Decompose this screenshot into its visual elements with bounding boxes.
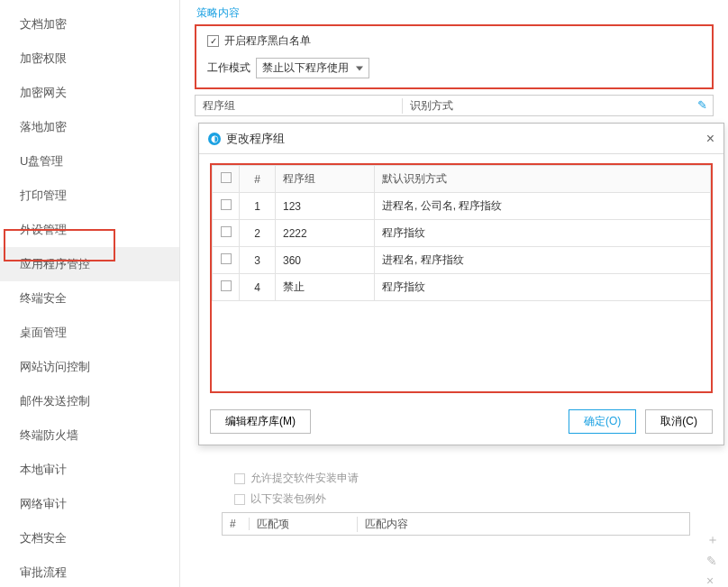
sidebar-item-device-mgmt[interactable]: 外设管理: [0, 213, 179, 247]
sidebar-item-usb-mgmt[interactable]: U盘管理: [0, 144, 179, 179]
table-row[interactable]: 1 123 进程名, 公司名, 程序指纹: [213, 193, 711, 220]
enable-blacklist-checkbox[interactable]: ✓: [207, 35, 219, 47]
sidebar-item-doc-sec[interactable]: 文档安全: [0, 521, 179, 555]
grid-header-row: # 程序组 默认识别方式: [213, 166, 711, 193]
policy-config-box: ✓ 开启程序黑白名单 工作模式 禁止以下程序使用: [195, 24, 714, 89]
sidebar-item-print-mgmt[interactable]: 打印管理: [0, 179, 179, 213]
col-group: 程序组: [276, 166, 375, 193]
col-default-detect: 默认识别方式: [375, 166, 711, 193]
sidebar-item-endpoint-sec[interactable]: 终端安全: [0, 281, 179, 316]
work-mode-label: 工作模式: [207, 60, 250, 76]
ok-button[interactable]: 确定(O): [569, 409, 636, 434]
table-row[interactable]: 4 禁止 程序指纹: [213, 274, 711, 301]
allow-install-request-checkbox[interactable]: [234, 473, 245, 484]
row-checkbox[interactable]: [221, 253, 232, 264]
program-group-grid: # 程序组 默认识别方式 1 123 进程名, 公司名, 程序指纹 2 2222…: [210, 163, 713, 393]
side-toolbar: ＋ ✎ ×: [706, 532, 719, 587]
row-checkbox[interactable]: [221, 226, 232, 237]
installer-exception-label: 以下安装包例外: [250, 491, 326, 507]
col-number: #: [240, 166, 276, 193]
cancel-button[interactable]: 取消(C): [645, 409, 713, 434]
plus-icon[interactable]: ＋: [706, 532, 719, 548]
edit-program-lib-button[interactable]: 编辑程序库(M): [210, 409, 311, 434]
installer-exception-checkbox[interactable]: [234, 494, 245, 505]
dialog-icon: ◐: [208, 133, 221, 145]
sidebar-item-desktop-mgmt[interactable]: 桌面管理: [0, 316, 179, 350]
allow-install-request-label: 允许提交软件安装申请: [250, 471, 359, 486]
pencil-icon[interactable]: ✎: [706, 554, 719, 568]
sidebar-item-local-audit[interactable]: 本地审计: [0, 453, 179, 487]
sidebar-item-web-access[interactable]: 网站访问控制: [0, 350, 179, 384]
close-icon[interactable]: ×: [706, 131, 714, 147]
sidebar-item-doc-encrypt[interactable]: 文档加密: [0, 7, 179, 41]
table-row[interactable]: 2 2222 程序指纹: [213, 220, 711, 247]
change-program-group-dialog: ◐ 更改程序组 × # 程序组 默认识别方式 1 123 进程名, 公司名,: [198, 123, 724, 445]
table-row[interactable]: 3 360 进程名, 程序指纹: [213, 247, 711, 274]
sidebar-item-firewall[interactable]: 终端防火墙: [0, 418, 179, 453]
col-program-group: 程序组: [196, 98, 403, 114]
policy-section-title: 策略内容: [195, 5, 714, 21]
close-icon[interactable]: ×: [706, 573, 719, 587]
pencil-icon[interactable]: ✎: [697, 98, 707, 112]
enable-blacklist-label: 开启程序黑白名单: [224, 33, 311, 49]
work-mode-select[interactable]: 禁止以下程序使用: [256, 58, 369, 78]
sidebar-item-encrypt-gateway[interactable]: 加密网关: [0, 76, 179, 110]
program-table-header: 程序组 识别方式 ✎: [195, 95, 714, 116]
col-match-content: 匹配内容: [358, 517, 689, 532]
select-all-checkbox[interactable]: [221, 172, 232, 183]
sidebar-item-land-encrypt[interactable]: 落地加密: [0, 110, 179, 144]
lower-section: 允许提交软件安装申请 以下安装包例外 # 匹配项 匹配内容: [222, 465, 690, 536]
sidebar-item-net-audit[interactable]: 网络审计: [0, 487, 179, 521]
sidebar: 文档加密 加密权限 加密网关 落地加密 U盘管理 打印管理 外设管理 应用程序管…: [0, 0, 180, 587]
col-idx: #: [223, 518, 250, 530]
sidebar-item-encrypt-perm[interactable]: 加密权限: [0, 41, 179, 76]
row-checkbox[interactable]: [221, 199, 232, 210]
exception-table: # 匹配项 匹配内容: [222, 512, 690, 536]
sidebar-item-approval[interactable]: 审批流程: [0, 555, 179, 587]
dialog-title: 更改程序组: [226, 131, 706, 147]
col-match-field: 匹配项: [250, 517, 358, 532]
sidebar-item-app-control[interactable]: 应用程序管控: [0, 247, 179, 281]
col-detect-mode: 识别方式: [403, 98, 713, 114]
sidebar-item-mail-control[interactable]: 邮件发送控制: [0, 384, 179, 418]
row-checkbox[interactable]: [221, 280, 232, 291]
